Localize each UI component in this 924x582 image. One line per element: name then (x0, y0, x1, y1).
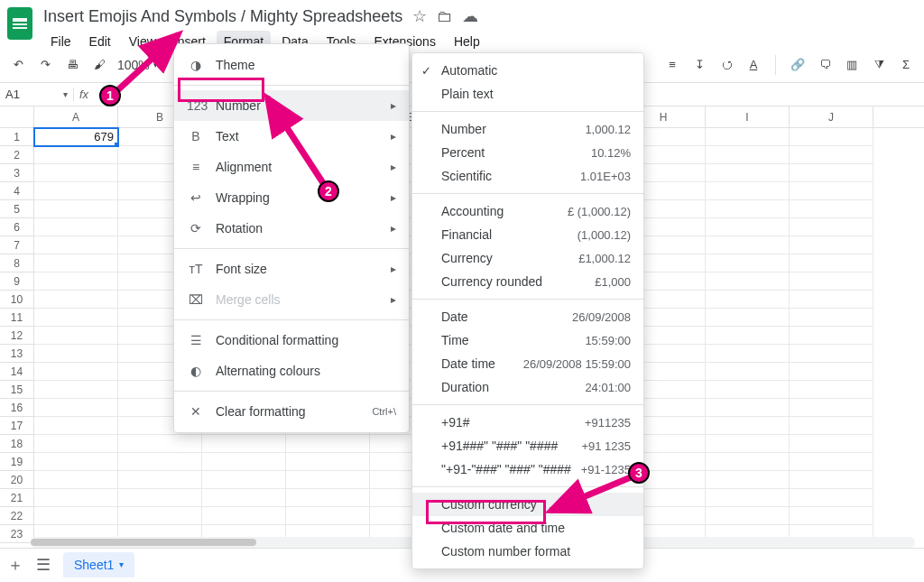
undo-icon[interactable]: ↶ (9, 56, 27, 74)
functions-icon[interactable]: Σ (897, 56, 915, 74)
format-menu-font-size[interactable]: тTFont size▸ (174, 254, 409, 284)
cell[interactable] (706, 489, 790, 507)
cell[interactable] (790, 182, 873, 200)
row-header[interactable]: 24 (0, 543, 34, 548)
row-header[interactable]: 6 (0, 218, 34, 236)
cell[interactable] (706, 381, 790, 399)
cell[interactable] (790, 218, 873, 236)
filter-icon[interactable]: ⧩ (870, 56, 888, 74)
rotate-icon[interactable]: ⭯ (717, 56, 735, 74)
row-header[interactable]: 3 (0, 164, 34, 182)
row-header[interactable]: 15 (0, 381, 34, 399)
column-header[interactable]: I (706, 106, 790, 127)
cell[interactable] (34, 399, 118, 417)
cell[interactable] (34, 453, 118, 471)
cell[interactable] (790, 273, 873, 291)
cell[interactable] (706, 200, 790, 218)
text-color-icon[interactable]: A (744, 56, 762, 74)
row-header[interactable]: 7 (0, 236, 34, 254)
cell[interactable] (34, 435, 118, 453)
cell[interactable] (34, 273, 118, 291)
cell[interactable] (790, 417, 873, 435)
cell[interactable] (34, 182, 118, 200)
number-format-currency[interactable]: Currency£1,000.12 (412, 246, 643, 270)
cell[interactable] (790, 363, 873, 381)
cell[interactable] (706, 507, 790, 525)
cell[interactable] (118, 489, 202, 507)
wrap-icon[interactable]: ≡ (663, 56, 681, 74)
number-format-time[interactable]: Time15:59:00 (412, 328, 643, 352)
format-menu-clear-formatting[interactable]: ✕Clear formattingCtrl+\ (174, 396, 409, 427)
cell[interactable] (706, 182, 790, 200)
number-format-automatic[interactable]: ✓Automatic (412, 59, 643, 82)
number-format-number[interactable]: Number1,000.12 (412, 117, 643, 141)
cell[interactable] (34, 417, 118, 435)
cell[interactable] (202, 435, 286, 453)
cell[interactable] (118, 453, 202, 471)
all-sheets-icon[interactable]: ☰ (36, 555, 51, 575)
sheet-tab[interactable]: Sheet1▾ (63, 552, 134, 577)
cell[interactable] (202, 507, 286, 525)
number-format--91-[interactable]: +91#+911235 (412, 411, 643, 434)
document-title[interactable]: Insert Emojis And Symbols / Mighty Sprea… (43, 7, 402, 26)
cell[interactable] (706, 327, 790, 345)
cell[interactable] (790, 453, 873, 471)
cell[interactable] (118, 507, 202, 525)
cell[interactable] (202, 489, 286, 507)
cell[interactable] (286, 453, 370, 471)
number-format--91-[interactable]: +91###" "###" "####+91 1235 (412, 434, 643, 457)
cell[interactable] (34, 254, 118, 273)
cell[interactable] (34, 327, 118, 345)
cell[interactable] (706, 164, 790, 182)
number-format-plain-text[interactable]: Plain text (412, 82, 643, 106)
number-format-percent[interactable]: Percent10.12% (412, 141, 643, 164)
row-header[interactable]: 19 (0, 453, 34, 471)
cell[interactable] (706, 345, 790, 363)
row-header[interactable]: 5 (0, 200, 34, 218)
name-box[interactable]: A1▾ (0, 88, 74, 101)
cell[interactable] (118, 471, 202, 489)
number-format-financial[interactable]: Financial(1,000.12) (412, 223, 643, 246)
cell[interactable] (790, 327, 873, 345)
format-menu-alternating-colours[interactable]: ◐Alternating colours (174, 356, 409, 386)
cell[interactable] (34, 507, 118, 525)
cell[interactable] (706, 363, 790, 381)
cell[interactable] (790, 236, 873, 254)
cell[interactable] (790, 128, 873, 146)
cell[interactable] (790, 435, 873, 453)
row-header[interactable]: 17 (0, 417, 34, 435)
link-icon[interactable]: 🔗 (789, 56, 807, 74)
row-header[interactable]: 14 (0, 363, 34, 381)
cell[interactable] (286, 435, 370, 453)
cell[interactable] (34, 218, 118, 236)
cell[interactable] (790, 200, 873, 218)
number-format-currency-rounded[interactable]: Currency rounded£1,000 (412, 270, 643, 293)
cell[interactable] (34, 146, 118, 164)
row-header[interactable]: 13 (0, 345, 34, 363)
row-header[interactable]: 23 (0, 525, 34, 543)
cell[interactable] (790, 309, 873, 327)
cell[interactable] (790, 291, 873, 309)
number-format-accounting[interactable]: Accounting£ (1,000.12) (412, 199, 643, 223)
column-header[interactable]: A (34, 106, 118, 127)
cell[interactable] (706, 309, 790, 327)
cell[interactable] (34, 309, 118, 327)
cell[interactable] (790, 507, 873, 525)
cell[interactable] (706, 471, 790, 489)
row-header[interactable]: 2 (0, 146, 34, 164)
row-header[interactable]: 21 (0, 489, 34, 507)
format-menu-conditional-formatting[interactable]: ☰Conditional formatting (174, 325, 409, 356)
comment-icon[interactable]: 🗨 (816, 56, 834, 74)
cell[interactable] (790, 146, 873, 164)
number-format-custom-number-format[interactable]: Custom number format (412, 540, 643, 563)
row-header[interactable]: 16 (0, 399, 34, 417)
cell[interactable] (286, 489, 370, 507)
cell[interactable]: 679 (34, 128, 118, 146)
star-icon[interactable]: ☆ (411, 8, 428, 24)
cell[interactable] (34, 381, 118, 399)
cell[interactable] (118, 435, 202, 453)
cell[interactable] (34, 291, 118, 309)
move-folder-icon[interactable]: 🗀 (437, 8, 453, 24)
cell[interactable] (34, 164, 118, 182)
cell[interactable] (790, 164, 873, 182)
